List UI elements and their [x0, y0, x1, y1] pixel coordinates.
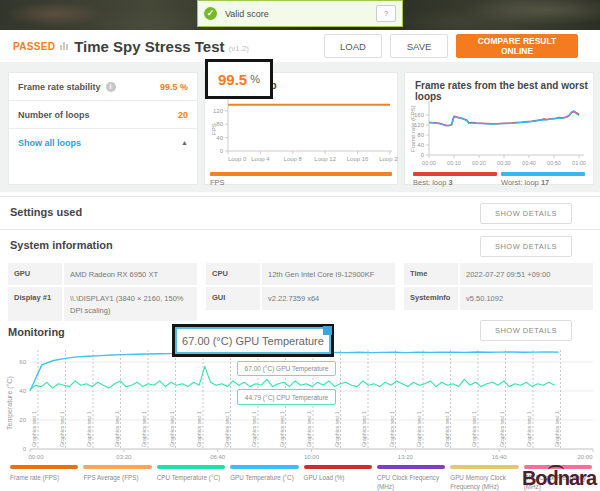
valid-score-label: Valid score — [225, 9, 376, 19]
svg-text:20:00: 20:00 — [577, 454, 593, 460]
svg-text:40: 40 — [417, 142, 424, 148]
3dmark-result-window: ✓ Valid score ? PASSED Time Spy Stress T… — [0, 0, 600, 491]
legend-label: FPS Average (FPS) — [83, 473, 151, 482]
legend-swatch — [230, 465, 298, 469]
show-all-loops-row: Show all loops ▲ — [9, 129, 197, 156]
legend-item: CPU Temperature (°C) — [157, 465, 225, 491]
sysinfo-value: AMD Radeon RX 6950 XT — [64, 263, 197, 285]
sysinfo-cell: SystemInfov5.50.1092 — [404, 287, 593, 309]
svg-text:0: 0 — [421, 152, 425, 158]
svg-text:03:20: 03:20 — [116, 454, 132, 460]
svg-text:Graphics test 1: Graphics test 1 — [86, 411, 92, 447]
svg-text:80: 80 — [216, 121, 223, 127]
legend-item: GPU Load (%) — [304, 465, 372, 491]
svg-text:00:30: 00:30 — [497, 160, 511, 166]
stability-callout-unit: % — [250, 73, 260, 85]
svg-text:13:20: 13:20 — [398, 454, 414, 460]
monitoring-title: Monitoring — [8, 326, 65, 338]
result-header: PASSED Time Spy Stress Test (v1.2) LOAD … — [0, 30, 600, 63]
fps-legend-label: FPS — [210, 178, 225, 187]
sysinfo-label: CPU — [206, 263, 260, 285]
legend-label: GPU Temperature (°C) — [230, 473, 298, 482]
sysinfo-column: GPUAMD Radeon RX 6950 XTDisplay #1\\.\DI… — [8, 263, 197, 321]
sysinfo-show-details-button[interactable]: SHOW DETAILS — [480, 236, 572, 257]
number-of-loops-row: Number of loops 20 — [9, 101, 197, 129]
help-button[interactable]: ? — [376, 5, 396, 22]
svg-text:00:00: 00:00 — [28, 454, 44, 460]
svg-text:Graphics test 1: Graphics test 1 — [251, 411, 257, 447]
load-button[interactable]: LOAD — [324, 34, 382, 58]
frame-rate-stability-label: Frame rate stability — [18, 82, 101, 92]
svg-text:40: 40 — [19, 388, 26, 394]
svg-text:Graphics test 1: Graphics test 1 — [361, 411, 367, 447]
legend-label: GPU Memory Clock Frequency (MHz) — [450, 473, 518, 491]
svg-text:00:50: 00:50 — [547, 160, 561, 166]
fps-per-loop-chart: 04080120Loop 0Loop 4Loop 8Loop 12Loop 16… — [204, 93, 398, 169]
svg-text:Graphics test 1: Graphics test 1 — [31, 411, 37, 447]
collapse-caret-icon[interactable]: ▲ — [181, 139, 188, 146]
svg-text:Graphics test 1: Graphics test 1 — [389, 411, 395, 447]
worst-loop-label: Worst: loop 17 — [501, 178, 549, 187]
stress-stats-panel: Frame rate stability i 99.5 % Number of … — [8, 72, 198, 185]
svg-text:Loop 8: Loop 8 — [284, 156, 303, 162]
sysinfo-label: Display #1 — [8, 287, 62, 321]
legend-swatch — [450, 465, 518, 469]
svg-text:Graphics test 1: Graphics test 1 — [196, 411, 202, 447]
legend-item: FPS Average (FPS) — [83, 465, 151, 491]
check-icon: ✓ — [204, 7, 217, 20]
monitoring-show-details-button[interactable]: SHOW DETAILS — [480, 320, 572, 341]
svg-text:Graphics test 1: Graphics test 1 — [114, 411, 120, 447]
sysinfo-column: Time2022-07-27 09:51 +09:00SystemInfov5.… — [404, 263, 593, 321]
save-button[interactable]: SAVE — [390, 34, 448, 58]
svg-text:Graphics test 1: Graphics test 1 — [444, 411, 450, 447]
sysinfo-cell: GUIv2.22.7359 x64 — [206, 287, 395, 309]
settings-show-details-button[interactable]: SHOW DETAILS — [480, 203, 572, 224]
legend-swatch — [83, 465, 151, 469]
number-of-loops-label: Number of loops — [18, 110, 90, 120]
compare-result-online-button[interactable]: COMPARE RESULT ONLINE — [456, 34, 578, 58]
cpu-temp-tooltip: 44.79 (°C) CPU Temperature — [237, 389, 336, 405]
svg-text:06:40: 06:40 — [210, 454, 226, 460]
settings-used-row: Settings used SHOW DETAILS — [0, 196, 600, 230]
svg-text:120: 120 — [213, 108, 224, 114]
svg-text:Graphics test 1: Graphics test 1 — [416, 411, 422, 447]
sysinfo-cell: CPU12th Gen Intel Core i9-12900KF — [206, 263, 395, 285]
callout-corner-marker — [323, 326, 332, 335]
svg-text:01:00: 01:00 — [572, 160, 586, 166]
sysinfo-label: SystemInfo — [404, 287, 458, 309]
best-loop-label: Best: loop 3 — [413, 178, 453, 187]
svg-text:60: 60 — [19, 359, 26, 365]
svg-text:0: 0 — [220, 148, 224, 154]
legend-label: Frame rate (FPS) — [10, 473, 78, 482]
number-of-loops-value: 20 — [178, 110, 188, 120]
svg-text:10:00: 10:00 — [304, 454, 320, 460]
info-icon[interactable]: i — [106, 82, 116, 92]
sysinfo-cell: GPUAMD Radeon RX 6950 XT — [8, 263, 197, 285]
show-all-loops-link[interactable]: Show all loops — [18, 138, 81, 148]
svg-text:Loop 12: Loop 12 — [314, 156, 336, 162]
legend-label: GPU Load (%) — [304, 473, 372, 482]
sysinfo-label: Time — [404, 263, 458, 285]
system-information-title: System information — [10, 239, 113, 251]
svg-text:Loop 4: Loop 4 — [251, 156, 270, 162]
svg-text:Graphics test 1: Graphics test 1 — [471, 411, 477, 447]
svg-text:Graphics test 1: Graphics test 1 — [141, 411, 147, 447]
valid-score-banner: ✓ Valid score ? — [197, 0, 403, 27]
svg-text:Graphics test 1: Graphics test 1 — [169, 411, 175, 447]
stability-callout: 99.5 % — [205, 59, 273, 99]
svg-text:Graphics test 1: Graphics test 1 — [499, 411, 505, 447]
bar-chart-icon — [60, 42, 68, 50]
sysinfo-value: v2.22.7359 x64 — [262, 287, 395, 309]
gpu-temp-tooltip: 67.00 (°C) GPU Temperature — [237, 361, 336, 376]
frame-rate-stability-value: 99.5 % — [160, 82, 188, 92]
best-loop-swatch — [413, 172, 497, 176]
svg-text:16:40: 16:40 — [492, 454, 508, 460]
svg-text:00:40: 00:40 — [522, 160, 536, 166]
watermark-arc — [548, 465, 564, 475]
sysinfo-label: GUI — [206, 287, 260, 309]
sysinfo-value: 2022-07-27 09:51 +09:00 — [460, 263, 593, 285]
svg-text:00:00: 00:00 — [422, 160, 436, 166]
svg-text:Graphics test 1: Graphics test 1 — [59, 411, 65, 447]
svg-text:00:20: 00:20 — [472, 160, 486, 166]
fps-legend-swatch — [210, 172, 392, 176]
